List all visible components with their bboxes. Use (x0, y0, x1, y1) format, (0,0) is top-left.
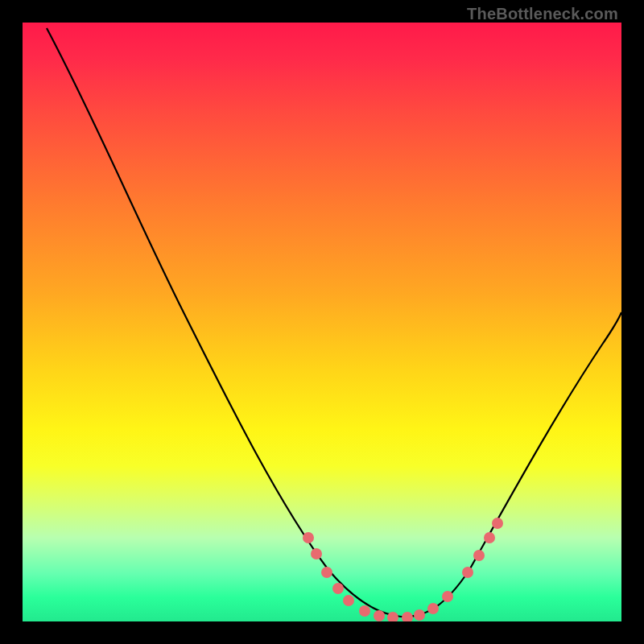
marker-dot (492, 518, 503, 529)
marker-dot (359, 605, 370, 617)
chart-frame: TheBottleneck.com (0, 0, 644, 644)
curve-layer (23, 23, 621, 621)
watermark-text: TheBottleneck.com (467, 5, 618, 23)
marker-dot (442, 591, 453, 602)
marker-dot (484, 532, 495, 543)
marker-dot (343, 595, 354, 606)
marker-dot (387, 612, 398, 621)
marker-dot (462, 567, 473, 578)
marker-group (303, 518, 503, 621)
marker-dot (402, 612, 413, 621)
marker-dot (321, 567, 332, 578)
marker-dot (303, 532, 314, 543)
marker-dot (414, 609, 425, 621)
marker-dot (427, 603, 439, 614)
marker-dot (311, 548, 322, 559)
marker-dot (473, 550, 485, 561)
marker-dot (332, 583, 344, 594)
bottleneck-curve (47, 28, 621, 617)
marker-dot (374, 610, 385, 621)
